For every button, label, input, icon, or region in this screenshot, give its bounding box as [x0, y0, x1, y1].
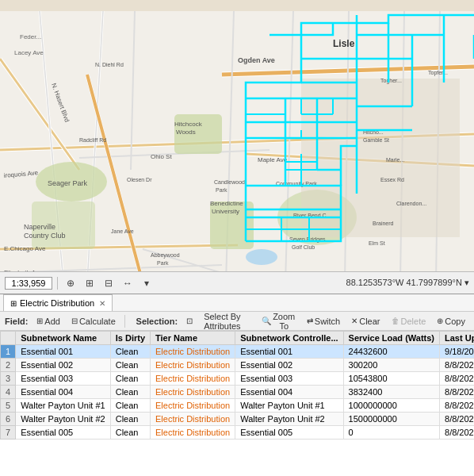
- tier-name-cell: Electric Distribution: [151, 372, 235, 386]
- last-update-cell: 8/8/2024 7:52:07 PM: [440, 386, 474, 399]
- svg-text:Park: Park: [216, 187, 227, 193]
- add-icon: ⊞: [36, 317, 43, 325]
- table-row[interactable]: 1Essential 001CleanElectric Distribution…: [1, 345, 475, 359]
- map-tool-button-2[interactable]: ⊞: [82, 275, 97, 291]
- zoom-to-label: Zoom To: [273, 312, 296, 331]
- table-tab-electric-distribution[interactable]: ⊞ Electric Distribution ✕: [3, 294, 113, 311]
- controller-cell: Essential 005: [235, 426, 343, 440]
- subnetwork-name-cell: Walter Payton Unit #2: [16, 413, 111, 426]
- delete-label: Delete: [401, 317, 426, 326]
- map-tool-button-3[interactable]: ⊟: [101, 275, 117, 291]
- tier-name-cell: Electric Distribution: [151, 413, 235, 426]
- service-load-cell: 300200: [343, 359, 439, 372]
- map-tool-dropdown[interactable]: ▾: [139, 275, 155, 291]
- table-tab-icon: ⊞: [10, 299, 17, 308]
- col-header-is-dirty[interactable]: Is Dirty: [110, 332, 150, 345]
- copy-button[interactable]: ⊕ Copy: [433, 313, 469, 329]
- switch-button[interactable]: ⇄ Switch: [303, 313, 344, 329]
- row-number-cell: 1: [1, 345, 16, 359]
- col-header-controller[interactable]: Subnetwork Controlle...: [235, 332, 343, 345]
- subnetwork-name-cell: Walter Payton Unit #1: [16, 399, 111, 413]
- svg-text:Golf Club: Golf Club: [292, 244, 315, 250]
- tier-name-cell: Electric Distribution: [151, 426, 235, 440]
- clear-button[interactable]: ✕ Clear: [347, 313, 384, 329]
- row-number-cell: 6: [1, 413, 16, 426]
- tier-name-cell: Electric Distribution: [151, 386, 235, 399]
- col-header-service-load[interactable]: Service Load (Watts): [343, 332, 439, 345]
- zoom-to-button[interactable]: 🔍 Zoom To: [258, 313, 300, 329]
- calculate-button[interactable]: ⊟ Calculate: [67, 313, 120, 329]
- col-header-subnetwork-name[interactable]: Subnetwork Name: [16, 332, 111, 345]
- add-label: Add: [44, 317, 60, 326]
- svg-text:Elm St: Elm St: [369, 240, 385, 246]
- subnetwork-name-cell: Essential 003: [16, 372, 111, 386]
- svg-text:Ogden Ave: Ogden Ave: [238, 56, 275, 64]
- svg-text:Woods: Woods: [176, 129, 196, 136]
- scale-display[interactable]: 1:33,959: [5, 277, 52, 290]
- svg-text:Lisle: Lisle: [333, 38, 355, 49]
- service-load-cell: 10543800: [343, 372, 439, 386]
- is-dirty-cell: Clean: [110, 413, 150, 426]
- svg-text:Brainerd: Brainerd: [373, 221, 394, 226]
- controller-cell: Essential 002: [235, 359, 343, 372]
- table-row[interactable]: 6Walter Payton Unit #2CleanElectric Dist…: [1, 413, 475, 426]
- service-load-cell: 24432600: [343, 345, 439, 359]
- last-update-cell: 8/8/2024 7:50:27 PM: [440, 359, 474, 372]
- svg-text:University: University: [212, 208, 239, 215]
- svg-text:Essex Rd: Essex Rd: [380, 177, 404, 182]
- subnetwork-name-cell: Essential 001: [16, 345, 111, 359]
- bar-separator-1: [124, 315, 125, 328]
- map-tool-button-1[interactable]: ⊕: [63, 275, 78, 291]
- calculate-icon: ⊟: [71, 317, 78, 325]
- select-by-attributes-button[interactable]: ⊡ Select By Attributes: [182, 313, 254, 329]
- svg-text:Radcliff Rd: Radcliff Rd: [79, 137, 106, 143]
- service-load-cell: 3832400: [343, 386, 439, 399]
- map-toolbar: 1:33,959 ⊕ ⊞ ⊟ ↔ ▾ 88.1253573°W 41.79978…: [0, 271, 474, 294]
- is-dirty-cell: Clean: [110, 386, 150, 399]
- controller-cell: Essential 003: [235, 372, 343, 386]
- col-header-tier-name[interactable]: Tier Name: [151, 332, 235, 345]
- is-dirty-cell: Clean: [110, 399, 150, 413]
- row-number-cell: 4: [1, 386, 16, 399]
- map-tool-button-4[interactable]: ↔: [120, 275, 136, 291]
- svg-text:Hitchcock: Hitchcock: [174, 121, 203, 128]
- table-tab-close[interactable]: ✕: [99, 299, 105, 308]
- map-container: Lacey Ave Feder... Ogden Ave Lisle iroqu…: [0, 0, 474, 294]
- subnetwork-name-cell: Essential 005: [16, 426, 111, 440]
- last-update-cell: 8/8/2024 9:00:28 PM: [440, 413, 474, 426]
- table-row[interactable]: 4Essential 004CleanElectric Distribution…: [1, 386, 475, 399]
- is-dirty-cell: Clean: [110, 345, 150, 359]
- last-update-cell: 9/18/2024 5:02:27 PM: [440, 345, 474, 359]
- tier-name-cell: Electric Distribution: [151, 399, 235, 413]
- table-content[interactable]: Subnetwork Name Is Dirty Tier Name Subne…: [0, 331, 474, 476]
- data-table: Subnetwork Name Is Dirty Tier Name Subne…: [0, 331, 474, 440]
- table-row[interactable]: 3Essential 003CleanElectric Distribution…: [1, 372, 475, 386]
- svg-text:Ohio St: Ohio St: [151, 153, 172, 160]
- svg-text:Gamble St: Gamble St: [363, 137, 389, 143]
- tier-name-cell: Electric Distribution: [151, 345, 235, 359]
- subnetwork-name-cell: Essential 004: [16, 386, 111, 399]
- delete-icon: 🗑: [392, 317, 399, 325]
- controller-cell: Essential 004: [235, 386, 343, 399]
- calculate-label: Calculate: [79, 317, 116, 326]
- table-row[interactable]: 7Essential 005CleanElectric Distribution…: [1, 426, 475, 440]
- svg-text:Marle...: Marle...: [386, 157, 404, 163]
- svg-point-33: [246, 249, 277, 265]
- add-button[interactable]: ⊞ Add: [32, 313, 64, 329]
- is-dirty-cell: Clean: [110, 372, 150, 386]
- svg-text:N. Diehl Rd: N. Diehl Rd: [95, 62, 124, 67]
- delete-button[interactable]: 🗑 Delete: [388, 313, 430, 329]
- svg-text:Abbeywood: Abbeywood: [151, 252, 180, 259]
- row-number-cell: 7: [1, 426, 16, 440]
- last-update-cell: 8/8/2024 9:00:00 PM: [440, 426, 474, 440]
- controller-cell: Walter Payton Unit #2: [235, 413, 343, 426]
- svg-text:Clarendon...: Clarendon...: [396, 201, 426, 206]
- svg-text:Benedictine: Benedictine: [210, 200, 243, 207]
- copy-icon: ⊕: [437, 317, 443, 325]
- switch-icon: ⇄: [307, 317, 313, 325]
- table-row[interactable]: 2Essential 002CleanElectric Distribution…: [1, 359, 475, 372]
- zoom-to-icon: 🔍: [262, 317, 271, 325]
- svg-text:Lacey Ave: Lacey Ave: [14, 49, 44, 56]
- col-header-last-update[interactable]: Last Update Subnetwork: [440, 332, 474, 345]
- table-row[interactable]: 5Walter Payton Unit #1CleanElectric Dist…: [1, 399, 475, 413]
